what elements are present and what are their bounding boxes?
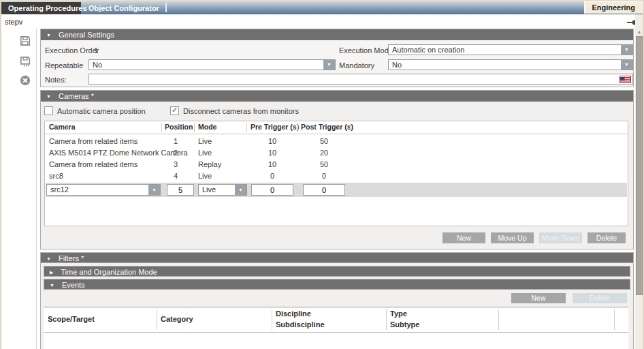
- section-title: Events: [62, 281, 85, 289]
- col-category[interactable]: Category: [161, 315, 193, 323]
- notes-input[interactable]: [88, 74, 633, 85]
- cameras-table-header: Camera Position Mode Pre Trigger (s) Pos…: [45, 121, 628, 134]
- camera-select[interactable]: src12 ▼: [46, 184, 161, 196]
- collapse-arrow-icon: [46, 30, 51, 41]
- col-position[interactable]: Position: [165, 123, 193, 131]
- chevron-down-icon: ▼: [621, 60, 632, 70]
- disconnect-cameras-checkbox[interactable]: [170, 106, 179, 115]
- camera-table-row[interactable]: AXIS M5014 PTZ Dome Network Camera 2 Liv…: [45, 147, 628, 159]
- position-input[interactable]: [167, 184, 194, 196]
- position-cell: 2: [159, 147, 192, 159]
- col-mode[interactable]: Mode: [198, 123, 216, 131]
- mode-cell: Replay: [198, 159, 221, 170]
- filters-body: Time and Organization Mode Events New De…: [40, 263, 634, 349]
- general-settings-header[interactable]: General Settings: [41, 29, 633, 40]
- pre-trigger-cell: 10: [246, 147, 298, 159]
- expand-arrow-icon: [50, 267, 53, 278]
- cancel-icon: [19, 74, 31, 87]
- repeatable-dropdown[interactable]: No ▼: [88, 59, 336, 70]
- filters-header[interactable]: Filters *: [40, 252, 634, 263]
- instance-name-label: stepv: [5, 18, 22, 26]
- move-down-button[interactable]: Move Down: [539, 232, 582, 243]
- events-table: Scope/Target Category Discipline Subdisc…: [44, 307, 628, 349]
- save-icon: [19, 35, 31, 47]
- repeatable-label: Repeatable: [45, 61, 83, 70]
- notes-label: Notes:: [45, 76, 67, 84]
- execution-mode-value: Automatic on creation: [392, 45, 464, 55]
- tab-separator: [165, 3, 167, 12]
- execution-order-value: 1: [94, 46, 98, 55]
- move-up-button[interactable]: Move Up: [491, 232, 534, 243]
- events-header[interactable]: Events: [44, 279, 630, 290]
- execution-mode-dropdown[interactable]: Automatic on creation ▼: [388, 44, 633, 55]
- col-discipline[interactable]: Discipline: [276, 309, 311, 318]
- scrollbar-thumb[interactable]: [636, 36, 643, 295]
- collapse-arrow-icon: [46, 91, 51, 102]
- mode-select[interactable]: Live ▼: [198, 184, 247, 196]
- camera-table-row[interactable]: Camera from related items 3 Replay 10 50: [45, 159, 628, 170]
- application-window: Operating Procedures Object Configurator…: [0, 0, 644, 349]
- top-tab-bar: Operating Procedures Object Configurator…: [1, 0, 643, 14]
- chevron-down-icon: ▼: [235, 185, 246, 195]
- tab-object-configurator[interactable]: Object Configurator: [82, 2, 166, 14]
- mode-select-value: Live: [202, 185, 216, 195]
- pre-trigger-cell: 10: [246, 159, 298, 170]
- section-title: Filters *: [59, 254, 84, 262]
- delete-event-button[interactable]: Delete: [573, 293, 627, 303]
- time-org-mode-header[interactable]: Time and Organization Mode: [44, 266, 630, 277]
- section-title: Time and Organization Mode: [61, 268, 157, 276]
- pre-trigger-cell: 10: [246, 136, 298, 147]
- tab-engineering[interactable]: Engineering: [584, 1, 643, 14]
- position-cell: 3: [159, 159, 192, 170]
- automatic-camera-position-label: Automatic camera position: [57, 107, 146, 115]
- language-flag-icon: [619, 76, 631, 83]
- mode-cell: Live: [198, 170, 212, 182]
- disconnect-cameras-label: Disconnect cameras from monitors: [183, 107, 299, 115]
- cancel-button[interactable]: [19, 74, 31, 87]
- save-as-button[interactable]: [19, 55, 31, 67]
- mandatory-label: Mandatory: [339, 61, 374, 70]
- execution-order-label: Execution Order: [45, 46, 99, 55]
- repeatable-value: No: [93, 60, 102, 70]
- position-cell: 4: [159, 170, 192, 182]
- scrollbar-up-arrow[interactable]: ▲: [636, 29, 643, 35]
- chevron-down-icon: ▼: [323, 60, 335, 70]
- position-cell: 1: [159, 136, 192, 147]
- camera-select-value: src12: [50, 185, 69, 195]
- new-event-button[interactable]: New: [511, 293, 566, 303]
- pre-trigger-input[interactable]: [251, 184, 293, 196]
- save-button[interactable]: [19, 35, 31, 47]
- cameras-header[interactable]: Cameras *: [41, 91, 633, 102]
- chevron-down-icon: ▼: [148, 185, 160, 195]
- camera-edit-row[interactable]: src12 ▼ Live ▼: [46, 183, 627, 197]
- camera-table-row[interactable]: Camera from related items 1 Live 10 50: [45, 136, 628, 147]
- automatic-camera-position-checkbox[interactable]: [44, 106, 53, 115]
- mandatory-value: No: [392, 60, 402, 70]
- post-trigger-cell: 50: [298, 159, 350, 170]
- col-subtype[interactable]: Subtype: [390, 320, 419, 329]
- cameras-panel: Cameras * Automatic camera position Disc…: [40, 90, 634, 249]
- camera-cell: Camera from related items: [49, 136, 138, 147]
- post-trigger-input[interactable]: [303, 184, 345, 196]
- new-camera-button[interactable]: New: [442, 232, 485, 243]
- col-subdiscipline[interactable]: Subdiscipline: [276, 320, 325, 329]
- section-title: Cameras *: [59, 92, 94, 100]
- col-post-trigger[interactable]: Post Trigger (s): [301, 123, 353, 131]
- general-settings-panel: General Settings Execution Order 1 Execu…: [40, 29, 634, 87]
- tab-operating-procedures[interactable]: Operating Procedures: [1, 2, 81, 14]
- post-trigger-cell: 20: [298, 147, 350, 159]
- camera-table-row[interactable]: src8 4 Live 0 0: [45, 170, 628, 182]
- section-title: General Settings: [59, 31, 114, 39]
- toolbar-divider: [36, 29, 37, 349]
- col-type[interactable]: Type: [390, 309, 407, 318]
- col-camera[interactable]: Camera: [49, 123, 76, 131]
- post-trigger-cell: 50: [298, 136, 350, 147]
- camera-cell: src8: [49, 170, 63, 182]
- delete-camera-button[interactable]: Delete: [587, 232, 626, 243]
- pre-trigger-cell: 0: [246, 170, 298, 182]
- save-as-icon: [19, 55, 31, 67]
- col-pre-trigger[interactable]: Pre Trigger (s): [251, 123, 299, 131]
- execution-mode-label: Execution Mode: [339, 46, 393, 55]
- mandatory-dropdown[interactable]: No ▼: [388, 59, 633, 70]
- col-scope-target[interactable]: Scope/Target: [48, 315, 95, 323]
